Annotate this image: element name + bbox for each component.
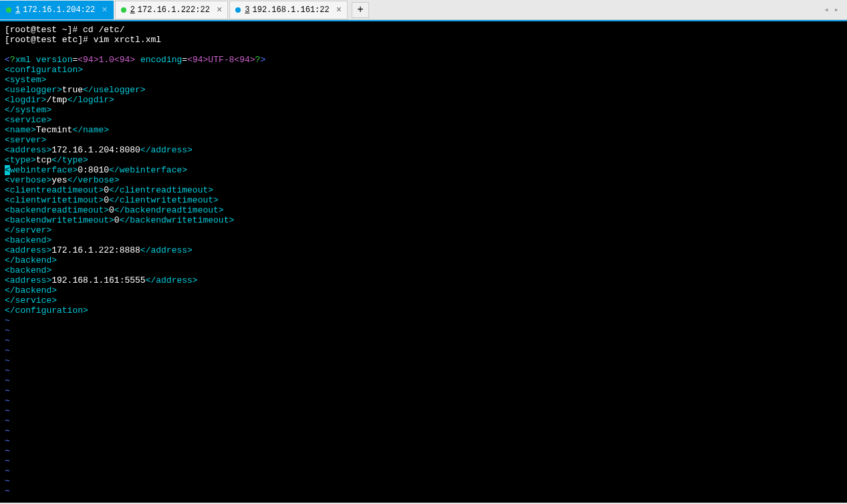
close-icon[interactable]: × xyxy=(336,5,342,15)
xml-text: 0 xyxy=(114,215,120,225)
tab-bar: 1 172.16.1.204:22 × 2 172.16.1.222:22 × … xyxy=(0,0,847,20)
xml-text: tcp xyxy=(36,155,51,165)
vim-tilde: ~ xyxy=(5,346,10,356)
close-icon[interactable]: × xyxy=(217,5,222,15)
vim-tilde: ~ xyxy=(5,446,10,456)
vim-tilde: ~ xyxy=(5,356,10,366)
terminal-output[interactable]: [root@test ~]# cd /etc/ [root@test etc]#… xyxy=(0,21,847,503)
xml-enc-label: encoding xyxy=(140,55,182,65)
tab-nav-arrows: ◂ ▸ xyxy=(822,5,847,15)
xml-ver: <94>1.0<94> xyxy=(78,55,135,65)
xml-tag: </address> xyxy=(140,145,193,155)
xml-tag: </clientwritetimeout> xyxy=(109,195,219,205)
add-tab-button[interactable]: + xyxy=(352,2,369,18)
xml-text: 172.16.1.204:8080 xyxy=(51,145,140,155)
tab-number: 2 xyxy=(130,5,135,15)
xml-tag: <service> xyxy=(5,115,51,125)
vim-tilde: ~ xyxy=(5,316,10,326)
xml-tag: </system> xyxy=(5,105,51,115)
xml-text: /tmp xyxy=(46,95,67,105)
xml-tag: </backend> xyxy=(5,255,57,265)
xml-decl-start: < xyxy=(5,55,10,65)
xml-tag: </logdir> xyxy=(68,95,114,105)
vim-tilde: ~ xyxy=(5,476,10,486)
xml-tag: <backendreadtimeout> xyxy=(5,205,109,215)
xml-tag: </server> xyxy=(5,225,51,235)
xml-decl: xml version xyxy=(15,55,73,65)
xml-tag: </clientreadtimeout> xyxy=(109,185,213,195)
status-dot-icon xyxy=(6,7,11,13)
xml-tag: <address> xyxy=(5,145,51,155)
xml-text: 192.168.1.161:5555 xyxy=(51,275,145,285)
prev-tab-icon[interactable]: ◂ xyxy=(822,5,832,15)
tab-label: 172.16.1.222:22 xyxy=(138,5,210,15)
xml-tag: <backend> xyxy=(5,235,51,245)
xml-tag: <logdir> xyxy=(5,95,46,105)
xml-text: 0 xyxy=(104,185,109,195)
tab-label: 172.16.1.204:22 xyxy=(23,5,95,15)
xml-tag: </backendwritetimeout> xyxy=(120,215,235,225)
xml-text: 0:8010 xyxy=(78,165,109,175)
vim-tilde: ~ xyxy=(5,436,10,446)
vim-tilde: ~ xyxy=(5,406,10,416)
xml-tag: </configuration> xyxy=(5,305,88,316)
vim-tilde: ~ xyxy=(5,386,10,396)
xml-tag: <address> xyxy=(5,275,51,285)
tab-1[interactable]: 1 172.16.1.204:22 × xyxy=(0,1,114,19)
xml-decl-end: > xyxy=(260,55,265,65)
vim-tilde: ~ xyxy=(5,426,10,436)
tab-number: 1 xyxy=(15,5,20,15)
xml-text: 0 xyxy=(109,205,114,215)
status-dot-icon xyxy=(121,7,126,13)
vim-tilde: ~ xyxy=(5,336,10,346)
xml-q: ? xyxy=(10,55,15,65)
xml-tag: <backendwritetimeout> xyxy=(5,215,114,225)
xml-tag: <verbose> xyxy=(5,175,51,185)
xml-tag: <clientwritetimout> xyxy=(5,195,104,205)
vim-tilde: ~ xyxy=(5,416,10,426)
xml-eq: = xyxy=(182,55,187,65)
next-tab-icon[interactable]: ▸ xyxy=(832,5,842,15)
vim-tilde: ~ xyxy=(5,466,10,476)
xml-tag: <clientreadtimeout> xyxy=(5,185,104,195)
xml-tag: </address> xyxy=(146,275,198,285)
tab-3[interactable]: 3 192.168.1.161:22 × xyxy=(229,1,348,19)
xml-tag: </type> xyxy=(51,155,88,165)
shell-prompt: [root@test ~]# xyxy=(5,25,83,35)
xml-text: yes xyxy=(51,175,67,185)
tab-2[interactable]: 2 172.16.1.222:22 × xyxy=(115,1,229,19)
shell-command: cd /etc/ xyxy=(83,25,124,35)
xml-tag: webinterface> xyxy=(10,165,78,175)
xml-tag: <type> xyxy=(5,155,36,165)
cursor: < xyxy=(5,165,10,175)
xml-text: 172.16.1.222:8888 xyxy=(51,245,140,255)
xml-tag: <address> xyxy=(5,245,51,255)
xml-tag: <server> xyxy=(5,135,46,145)
vim-tilde: ~ xyxy=(5,366,10,376)
tab-number: 3 xyxy=(245,5,249,15)
xml-tag: </verbose> xyxy=(68,175,120,185)
close-icon[interactable]: × xyxy=(102,5,107,15)
vim-tilde: ~ xyxy=(5,456,10,466)
xml-tag: </name> xyxy=(72,125,109,135)
xml-tag: <system> xyxy=(5,75,46,85)
vim-tilde: ~ xyxy=(5,486,10,496)
shell-command: vim xrctl.xml xyxy=(94,35,161,45)
xml-text: Tecmint xyxy=(36,125,73,135)
xml-tag: </backendreadtimeout> xyxy=(114,205,224,215)
vim-tilde: ~ xyxy=(5,326,10,336)
xml-tag: <configuration> xyxy=(5,65,83,75)
xml-text: 0 xyxy=(104,195,109,205)
tab-label: 192.168.1.161:22 xyxy=(252,5,329,15)
xml-tag: </backend> xyxy=(5,285,57,295)
xml-tag: </uselogger> xyxy=(83,85,146,95)
xml-tag: <uselogger> xyxy=(5,85,62,95)
vim-tilde: ~ xyxy=(5,376,10,386)
xml-text: true xyxy=(62,85,83,95)
xml-tag: </address> xyxy=(140,245,193,255)
vim-tilde: ~ xyxy=(5,396,10,406)
xml-tag: </webinterface> xyxy=(109,165,187,175)
xml-enc-val: <94>UTF-8<94> xyxy=(187,55,255,65)
xml-tag: <backend> xyxy=(5,265,51,275)
shell-prompt: [root@test etc]# xyxy=(5,35,94,45)
